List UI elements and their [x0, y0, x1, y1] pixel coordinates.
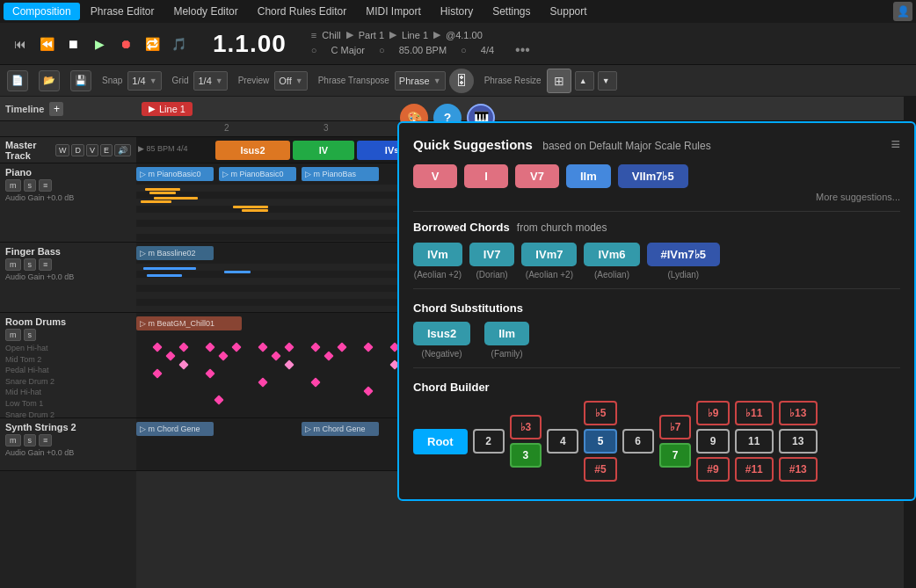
nav-tab-chord-rules[interactable]: Chord Rules Editor	[249, 3, 355, 20]
builder-2[interactable]: 2	[473, 429, 505, 454]
borrowed-IVm-btn[interactable]: IVm	[413, 243, 462, 266]
builder-b11[interactable]: ♭11	[735, 401, 774, 425]
piano-pattern-3[interactable]: ▷ m PianoBas	[302, 167, 379, 181]
nav-tab-composition[interactable]: Composition	[4, 3, 80, 20]
piano-pattern-2[interactable]: ▷ m PianoBasic0	[219, 167, 296, 181]
sub-Isus2-btn[interactable]: Isus2	[413, 322, 470, 345]
drums-s-btn[interactable]: s	[24, 329, 37, 341]
drums-track-name: Room Drums	[5, 316, 131, 327]
toolbar-new[interactable]: 📄	[7, 70, 28, 91]
builder-s13[interactable]: #13	[779, 457, 818, 482]
drums-m-btn[interactable]: m	[5, 329, 21, 341]
borrowed-sIVm7b5-btn[interactable]: #IVm7♭5	[647, 243, 721, 266]
builder-7[interactable]: 7	[659, 443, 692, 468]
builder-7-col: ♭7 7	[659, 415, 692, 468]
builder-9[interactable]: 9	[696, 429, 729, 454]
qs-chord-V[interactable]: V	[413, 164, 457, 188]
line-1-tag[interactable]: ▶ Line 1	[142, 102, 193, 116]
master-btn-v[interactable]: V	[86, 144, 98, 156]
grid-select[interactable]: 1/4 ▼	[193, 71, 227, 91]
builder-b13[interactable]: ♭13	[779, 401, 818, 425]
phrase-transpose-select[interactable]: Phrase ▼	[395, 71, 446, 91]
toolbar-save[interactable]: 💾	[70, 70, 91, 91]
borrowed-IVm6-btn[interactable]: IVm6	[584, 243, 639, 266]
qs-chord-I[interactable]: I	[464, 164, 508, 188]
preview-select[interactable]: Off ▼	[274, 71, 307, 91]
resize-arrow-down[interactable]: ▼	[598, 71, 617, 91]
transport-time: 1.1.00	[213, 30, 287, 58]
play-button[interactable]: ▶	[90, 34, 109, 54]
builder-b7[interactable]: ♭7	[659, 415, 692, 439]
record-button[interactable]: ⏺	[116, 34, 135, 54]
piano-pattern-1[interactable]: ▷ m PianoBasic0	[136, 167, 214, 181]
timeline-add-button[interactable]: +	[49, 102, 63, 116]
bass-track-name: Finger Bass	[5, 246, 131, 257]
builder-b9[interactable]: ♭9	[696, 401, 729, 425]
tracks-panel: Timeline + Master Track W D V E 🔊 Piano …	[0, 97, 136, 588]
builder-4[interactable]: 4	[547, 429, 578, 454]
chord-IV[interactable]: IV	[293, 141, 354, 160]
strings-pattern-1[interactable]: ▷ m Chord Gene	[136, 422, 214, 436]
rewind-button[interactable]: ⏮	[11, 34, 30, 54]
sub-Isus2: Isus2 (Negative)	[413, 322, 470, 359]
builder-5[interactable]: 5	[584, 429, 616, 454]
nav-tab-history[interactable]: History	[432, 3, 482, 20]
toolbar-open[interactable]: 📂	[39, 70, 60, 91]
nav-tab-settings[interactable]: Settings	[483, 3, 539, 20]
builder-13[interactable]: 13	[779, 429, 818, 454]
borrowed-IVm7-btn[interactable]: IVm7	[521, 243, 577, 266]
piano-menu-btn[interactable]: ≡	[39, 179, 52, 192]
borrowed-subtitle: from church modes	[517, 221, 607, 234]
strings-track-name: Synth Strings 2	[5, 422, 131, 432]
builder-s5[interactable]: #5	[584, 457, 616, 482]
chord-Isus2[interactable]: Isus2	[215, 141, 290, 160]
sub-IIm-btn[interactable]: IIm	[484, 322, 529, 345]
borrowed-IVm: IVm (Aeolian +2)	[413, 243, 462, 279]
master-btn-d[interactable]: D	[71, 144, 84, 156]
stop-button[interactable]: ⏹	[63, 34, 83, 54]
resize-btn[interactable]: ⊞	[547, 69, 571, 93]
qs-menu-icon[interactable]: ≡	[891, 135, 900, 154]
builder-b3[interactable]: ♭3	[510, 415, 542, 439]
builder-s9[interactable]: #9	[696, 457, 729, 482]
loop-button[interactable]: 🔁	[142, 34, 162, 54]
nav-tab-midi-import[interactable]: MIDI Import	[357, 3, 430, 20]
borrowed-IV7-btn[interactable]: IV7	[469, 243, 515, 266]
builder-6[interactable]: 6	[622, 429, 654, 454]
bass-m-btn[interactable]: m	[5, 258, 21, 271]
qs-chord-VIIm7b5[interactable]: VIIm7♭5	[618, 164, 688, 188]
resize-arrow-up[interactable]: ▲	[575, 71, 594, 91]
piano-s-btn[interactable]: s	[24, 179, 37, 192]
qs-chord-V7[interactable]: V7	[515, 164, 559, 188]
more-suggestions-link[interactable]: More suggestions...	[413, 192, 900, 202]
prev-button[interactable]: ⏪	[37, 34, 56, 54]
builder-s11[interactable]: #11	[735, 457, 774, 482]
builder-b5[interactable]: ♭5	[584, 401, 616, 425]
strings-s-btn[interactable]: s	[24, 434, 37, 446]
builder-3[interactable]: 3	[510, 443, 542, 468]
snap-select[interactable]: 1/4 ▼	[127, 71, 161, 91]
strings-m-btn[interactable]: m	[5, 434, 21, 446]
strings-pattern-2[interactable]: ▷ m Chord Gene	[302, 422, 379, 436]
master-btn-spkr[interactable]: 🔊	[114, 144, 131, 156]
builder-root[interactable]: Root	[413, 429, 468, 454]
piano-m-btn[interactable]: m	[5, 179, 21, 192]
nav-tab-melody-editor[interactable]: Melody Editor	[164, 3, 246, 20]
builder-11[interactable]: 11	[735, 429, 774, 454]
bass-pattern-1[interactable]: ▷ m Bassline02	[136, 246, 214, 260]
drums-pattern-1[interactable]: ▷ m BeatGM_Chill01	[136, 316, 242, 330]
bass-menu-btn[interactable]: ≡	[39, 258, 52, 271]
transpose-wheel[interactable]: 🎛	[449, 69, 474, 93]
borrowed-IVm7-mode: (Aeolian +2)	[526, 270, 573, 279]
nav-tab-phrase-editor[interactable]: Phrase Editor	[82, 3, 164, 20]
transport-chill: Chill	[322, 30, 340, 40]
nav-tab-support[interactable]: Support	[542, 3, 596, 20]
master-btn-w[interactable]: W	[55, 144, 70, 156]
transport-more[interactable]: •••	[515, 42, 530, 58]
qs-chord-IIm[interactable]: IIm	[566, 164, 611, 188]
metronome-button[interactable]: 🎵	[169, 34, 188, 54]
master-btn-e[interactable]: E	[100, 144, 113, 156]
strings-menu-btn[interactable]: ≡	[39, 434, 52, 446]
bass-s-btn[interactable]: s	[24, 258, 37, 271]
user-icon[interactable]: 👤	[893, 2, 912, 21]
